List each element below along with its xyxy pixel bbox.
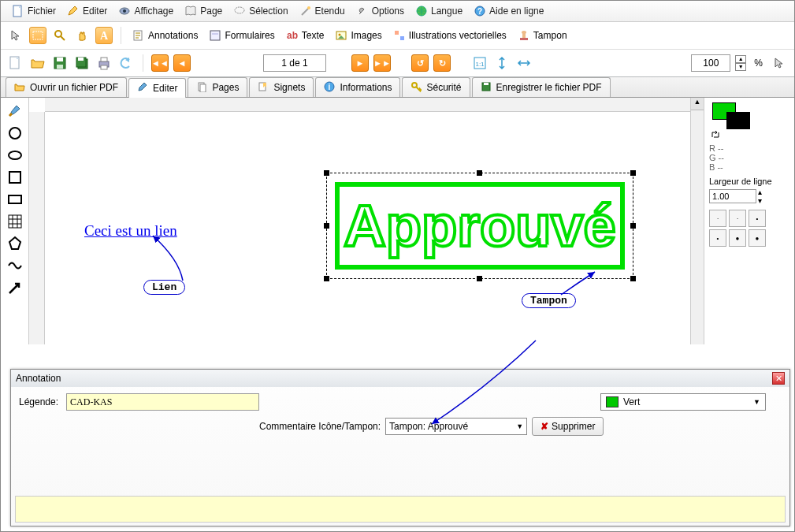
style-1[interactable]: ·: [709, 210, 726, 227]
tab-enregistrer[interactable]: Enregistrer le fichier PDF: [472, 77, 611, 97]
tab-editer[interactable]: Editer: [128, 78, 186, 98]
wave-tool[interactable]: [6, 257, 24, 274]
save-icon: [481, 81, 493, 94]
svg-point-17: [339, 34, 341, 36]
value-g: G --: [709, 153, 789, 162]
page-view[interactable]: Ceci est un lien Lien Approuvé Tampon: [45, 112, 704, 344]
group-images[interactable]: Images: [332, 28, 384, 43]
arrow-tool[interactable]: [6, 279, 24, 296]
tab-label: Editer: [153, 83, 177, 94]
save-all-button[interactable]: [73, 54, 91, 72]
menu-page[interactable]: Page: [180, 3, 227, 19]
menu-aide[interactable]: ?Aide en ligne: [469, 3, 548, 19]
menu-editer[interactable]: Editer: [62, 3, 112, 19]
stamp-approuve[interactable]: Approuvé: [334, 181, 626, 270]
zoom-input[interactable]: [691, 54, 730, 72]
menu-selection[interactable]: Sélection: [228, 3, 292, 19]
scrollbar-vertical[interactable]: ▲: [690, 98, 704, 344]
delete-label: Supprimer: [552, 421, 595, 432]
zoom-percent-label: %: [754, 58, 763, 69]
zoom-down[interactable]: ▼: [735, 63, 746, 71]
form-icon: [209, 29, 221, 42]
hand-tool[interactable]: [73, 27, 91, 44]
text-tool[interactable]: A: [95, 27, 113, 44]
polygon-tool[interactable]: [6, 235, 24, 252]
globe-icon: [415, 5, 428, 17]
delete-button[interactable]: ✘ Supprimer: [532, 417, 604, 436]
first-page-button[interactable]: ◄◄: [151, 54, 169, 72]
canvas[interactable]: Ceci est un lien Lien Approuvé Tampon: [29, 98, 704, 344]
open-button[interactable]: [29, 54, 46, 72]
close-button[interactable]: ✕: [772, 372, 785, 385]
style-2[interactable]: ·: [729, 210, 746, 227]
svg-rect-47: [9, 215, 21, 228]
swap-colors-icon[interactable]: [711, 129, 722, 140]
tab-pages[interactable]: Pages: [188, 77, 247, 97]
undo-button[interactable]: [117, 54, 135, 72]
value-r: R --: [709, 143, 789, 153]
brush-tool[interactable]: [6, 102, 24, 120]
menu-etendu[interactable]: Etendu: [295, 3, 350, 19]
group-label: Texte: [302, 30, 325, 41]
next-page-button[interactable]: ►: [351, 54, 369, 72]
fit-width-button[interactable]: [515, 54, 533, 72]
text-icon: ab: [286, 29, 299, 42]
group-formulaires[interactable]: Formulaires: [206, 28, 277, 43]
rotate-ccw-button[interactable]: ↺: [411, 54, 429, 72]
style-6[interactable]: ●: [749, 229, 766, 247]
key-icon: [411, 81, 423, 94]
side-toolbar: [1, 98, 29, 344]
tab-label: Ouvrir un fichier PDF: [30, 82, 118, 93]
fit-height-button[interactable]: [493, 54, 511, 72]
ellipse-tool[interactable]: [6, 147, 24, 164]
svg-rect-20: [520, 38, 528, 40]
zoom-up[interactable]: ▲: [735, 55, 746, 63]
combo-value: Tampon: Approuvé: [389, 421, 468, 432]
last-page-button[interactable]: ►►: [373, 54, 391, 72]
lw-down[interactable]: ▾: [758, 196, 762, 205]
group-tampon[interactable]: Tampon: [515, 28, 570, 43]
stamp-combo[interactable]: Tampon: Approuvé ▼: [385, 418, 527, 435]
print-button[interactable]: [95, 54, 113, 72]
group-label: Images: [351, 30, 381, 41]
rect-select-tool[interactable]: [29, 27, 46, 44]
fit-page-button[interactable]: 1:1: [471, 54, 489, 72]
lw-up[interactable]: ▴: [758, 188, 762, 196]
menu-fichier[interactable]: Fichier: [7, 3, 61, 19]
color-combo[interactable]: Vert ▼: [600, 393, 766, 411]
background-swatch[interactable]: [726, 112, 750, 129]
grid-tool[interactable]: [6, 213, 24, 230]
rect-tool[interactable]: [6, 191, 24, 208]
scroll-up[interactable]: ▲: [691, 98, 704, 110]
linewidth-input[interactable]: [709, 189, 756, 203]
new-doc-button[interactable]: [7, 54, 24, 72]
tab-ouvrir[interactable]: Ouvrir un fichier PDF: [6, 77, 127, 97]
link-text[interactable]: Ceci est un lien: [84, 222, 177, 240]
style-3[interactable]: •: [749, 210, 766, 227]
square-tool[interactable]: [6, 169, 24, 186]
page-input[interactable]: [263, 54, 326, 72]
legend-input[interactable]: [66, 393, 259, 411]
group-annotations[interactable]: Annotations: [129, 28, 201, 43]
svg-rect-32: [101, 65, 107, 69]
group-illustrations[interactable]: Illustrations vectorielles: [390, 28, 510, 43]
cursor-icon[interactable]: [771, 54, 788, 72]
menubar: Fichier Editer Affichage Page Sélection …: [1, 1, 794, 22]
style-5[interactable]: ●: [729, 229, 746, 247]
tab-informations[interactable]: iInformations: [315, 77, 400, 97]
group-texte[interactable]: abTexte: [283, 28, 328, 43]
annotation-icon: [132, 29, 145, 42]
prev-page-button[interactable]: ◄: [173, 54, 191, 72]
rotate-cw-button[interactable]: ↻: [433, 54, 451, 72]
tab-securite[interactable]: Sécurité: [402, 77, 470, 97]
tab-signets[interactable]: Signets: [249, 77, 314, 97]
menu-affichage[interactable]: Affichage: [113, 3, 178, 19]
menu-options[interactable]: Options: [351, 3, 409, 19]
save-button[interactable]: [51, 54, 69, 72]
menu-langue[interactable]: Langue: [411, 3, 467, 19]
style-4[interactable]: •: [709, 229, 726, 247]
cursor-tool[interactable]: [7, 27, 24, 44]
circle-tool[interactable]: [6, 125, 24, 142]
edit-icon: [137, 82, 150, 95]
zoom-tool[interactable]: [51, 27, 69, 44]
